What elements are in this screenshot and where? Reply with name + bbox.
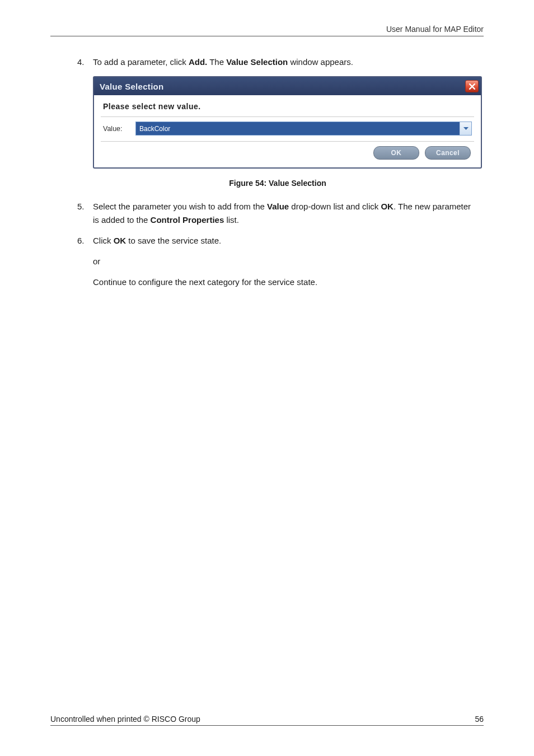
page-footer: Uncontrolled when printed © RISCO Group …: [50, 715, 484, 726]
step-number: 5.: [77, 200, 93, 226]
dialog-button-row: OK Cancel: [101, 142, 474, 161]
step-number: 4.: [77, 55, 93, 68]
dialog-title: Value Selection: [100, 82, 164, 91]
step-6: 6. Click OK to save the service state. o…: [77, 234, 478, 289]
footer-left: Uncontrolled when printed © RISCO Group: [50, 715, 200, 724]
close-icon[interactable]: [465, 80, 479, 92]
dialog-titlebar: Value Selection: [94, 77, 481, 95]
continue-text: Continue to configure the next category …: [93, 276, 478, 288]
step-text: Click OK to save the service state. or C…: [93, 234, 478, 289]
figure-caption: Figure 54: Value Selection: [77, 179, 478, 188]
step-text: Select the parameter you wish to add fro…: [93, 200, 478, 226]
step-4: 4. To add a parameter, click Add. The Va…: [77, 55, 478, 68]
value-selection-dialog: Value Selection Please select new value.…: [93, 76, 482, 169]
dialog-heading: Please select new value.: [101, 100, 474, 116]
value-selection-dialog-figure: Value Selection Please select new value.…: [93, 76, 478, 169]
value-label: Value:: [103, 125, 130, 133]
step-5: 5. Select the parameter you wish to add …: [77, 200, 478, 226]
step-number: 6.: [77, 234, 93, 289]
page-header: User Manual for MAP Editor: [50, 25, 484, 36]
chevron-down-icon[interactable]: [460, 122, 471, 135]
header-text: User Manual for MAP Editor: [50, 25, 484, 34]
value-dropdown[interactable]: BackColor: [135, 122, 472, 136]
or-text: or: [93, 255, 478, 268]
step-text: To add a parameter, click Add. The Value…: [93, 55, 478, 68]
value-dropdown-selected: BackColor: [136, 122, 460, 135]
footer-page-number: 56: [475, 715, 484, 724]
cancel-button[interactable]: Cancel: [425, 146, 471, 160]
value-row: Value: BackColor: [101, 116, 474, 142]
ok-button[interactable]: OK: [373, 146, 419, 160]
